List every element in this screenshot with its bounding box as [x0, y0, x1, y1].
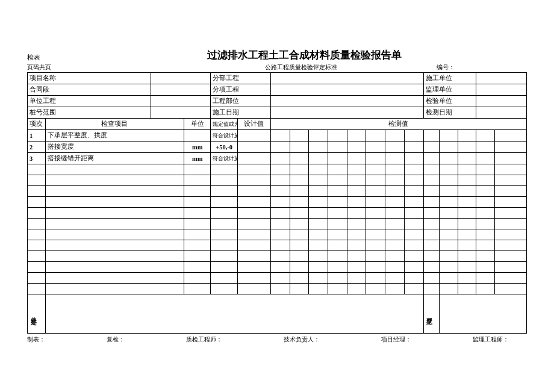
measure-cell[interactable] — [458, 130, 476, 142]
measure-cell[interactable] — [385, 142, 405, 153]
measure-cell[interactable] — [458, 153, 476, 164]
position-label: 工程部位 — [211, 96, 270, 107]
measure-cell[interactable] — [404, 130, 423, 142]
main-table: 项目名称 分部工程 施工单位 合同段 分项工程 监理单位 单位工程 工程部位 检… — [27, 72, 527, 334]
appearance-label-cell: 外观鉴定 — [28, 294, 46, 334]
empty-row — [28, 186, 527, 197]
measure-cell[interactable] — [290, 153, 309, 164]
info-row: 合同段 分项工程 监理单位 — [28, 84, 527, 96]
measure-cell[interactable] — [495, 153, 527, 164]
col-seq: 项次 — [28, 119, 46, 130]
signature-row: 制表： 复检： 质检工程师： 技术负责人： 项目经理： 监理工程师： — [27, 335, 527, 344]
measure-cell[interactable] — [495, 130, 527, 142]
design-cell[interactable] — [237, 142, 270, 153]
measure-cell[interactable] — [309, 153, 328, 164]
contract-section-label: 合同段 — [28, 84, 151, 96]
measure-cell[interactable] — [385, 130, 405, 142]
measure-cell[interactable] — [309, 142, 328, 153]
supervisor-label-cell: 监理意见 — [423, 294, 439, 334]
design-cell[interactable] — [237, 153, 270, 164]
empty-row — [28, 197, 527, 208]
subitem-value[interactable] — [270, 84, 423, 96]
measure-cell[interactable] — [476, 130, 495, 142]
measure-cell[interactable] — [476, 142, 495, 153]
measure-cell[interactable] — [347, 130, 366, 142]
inspection-unit-value[interactable] — [476, 96, 527, 107]
construction-unit-value[interactable] — [476, 73, 527, 84]
measure-cell[interactable] — [347, 142, 366, 153]
measure-cell[interactable] — [440, 130, 458, 142]
measure-cell[interactable] — [347, 153, 366, 164]
subproject-value[interactable] — [270, 73, 423, 84]
measure-cell[interactable] — [328, 142, 347, 153]
unit-project-value[interactable] — [151, 96, 211, 107]
measure-cell[interactable] — [366, 142, 385, 153]
supervisor-value[interactable] — [440, 294, 527, 334]
measure-cell[interactable] — [423, 130, 439, 142]
empty-row — [28, 219, 527, 229]
measure-cell[interactable] — [270, 142, 290, 153]
empty-row — [28, 284, 527, 294]
subitem-label: 分项工程 — [211, 84, 270, 96]
col-unit: 单位 — [184, 119, 211, 130]
measure-cell[interactable] — [458, 142, 476, 153]
empty-row — [28, 208, 527, 219]
item-row: 3 搭接缝错开距离 mm 符合设计施工要 — [28, 153, 527, 164]
empty-row — [28, 175, 527, 186]
project-name-value[interactable] — [151, 73, 211, 84]
construction-unit-label: 施工单位 — [423, 73, 476, 84]
measure-cell[interactable] — [328, 130, 347, 142]
supervisor-label: 监理意见 — [426, 310, 434, 317]
col-measure: 检测值 — [270, 119, 526, 130]
sig-qc-engineer: 质检工程师： — [186, 335, 222, 344]
measure-cell[interactable] — [290, 142, 309, 153]
standard-label: 公路工程质量检验评定标准 — [166, 63, 437, 72]
measure-cell[interactable] — [404, 142, 423, 153]
empty-row — [28, 262, 527, 273]
subtitle-row: 页码共页 公路工程质量检验评定标准 编号： — [27, 63, 527, 72]
col-item: 检查项目 — [45, 119, 184, 130]
measure-cell[interactable] — [290, 130, 309, 142]
design-cell[interactable] — [237, 130, 270, 142]
col-design: 设计值 — [237, 119, 270, 130]
measure-cell[interactable] — [309, 130, 328, 142]
sig-tech-lead: 技术负责人： — [284, 335, 320, 344]
measure-cell[interactable] — [404, 153, 423, 164]
measure-cell[interactable] — [476, 153, 495, 164]
measure-cell[interactable] — [440, 142, 458, 153]
measure-cell[interactable] — [423, 142, 439, 153]
sig-recheck: 复检： — [107, 335, 125, 344]
supervision-unit-value[interactable] — [476, 84, 527, 96]
item-unit: mm — [184, 142, 211, 153]
col-spec: 规定值或允许偏 — [211, 119, 237, 130]
item-row: 2 搭接宽度 mm +50,-0 — [28, 142, 527, 153]
subproject-label: 分部工程 — [211, 73, 270, 84]
test-date-value[interactable] — [476, 107, 527, 119]
item-name: 搭接缝错开距离 — [45, 153, 184, 164]
measure-cell[interactable] — [328, 153, 347, 164]
measure-cell[interactable] — [366, 130, 385, 142]
appearance-value[interactable] — [45, 294, 423, 334]
construction-date-value[interactable] — [270, 107, 423, 119]
measure-cell[interactable] — [423, 153, 439, 164]
measure-cell[interactable] — [366, 153, 385, 164]
empty-row — [28, 229, 527, 240]
measure-cell[interactable] — [270, 130, 290, 142]
remarks-row: 外观鉴定 监理意见 — [28, 294, 527, 334]
title-row: 检表 过滤排水工程土工合成材料质量检验报告单 — [27, 48, 527, 62]
item-seq: 1 — [28, 130, 46, 142]
pager-label: 页码共页 — [27, 63, 166, 72]
sig-pm: 项目经理： — [381, 335, 411, 344]
measure-cell[interactable] — [270, 153, 290, 164]
unit-project-label: 单位工程 — [28, 96, 151, 107]
position-value[interactable] — [270, 96, 423, 107]
stake-range-value[interactable] — [151, 107, 211, 119]
item-name: 搭接宽度 — [45, 142, 184, 153]
measure-cell[interactable] — [385, 153, 405, 164]
supervision-unit-label: 监理单位 — [423, 84, 476, 96]
item-name: 下承层平整度、拱度 — [45, 130, 184, 142]
measure-cell[interactable] — [440, 153, 458, 164]
item-row: 1 下承层平整度、拱度 符合设计施工要 — [28, 130, 527, 142]
contract-section-value[interactable] — [151, 84, 211, 96]
measure-cell[interactable] — [495, 142, 527, 153]
